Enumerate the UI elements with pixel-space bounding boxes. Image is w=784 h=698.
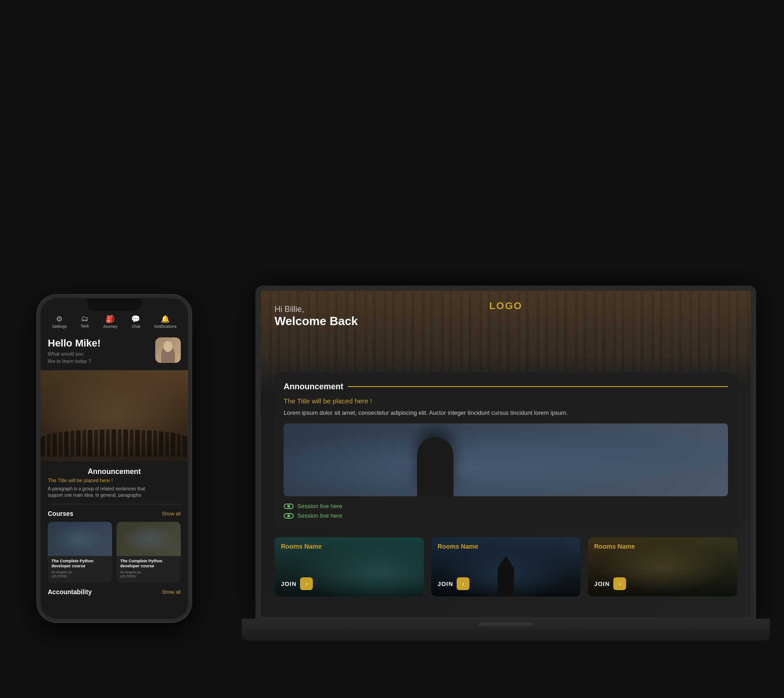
phone-announcement-subtitle: The Title will be placed here ! — [48, 478, 181, 483]
room-2-join-label: JOIN — [438, 581, 453, 587]
rooms-row: Rooms Name JOIN › Rooms Name JOIN › — [275, 537, 737, 596]
phone-body: ⚙ Settings 🗂 Task 🎒 Journey 💬 Chat — [37, 295, 192, 622]
phone-course-rating-1: (45,5656) — [48, 574, 112, 578]
phone-course-title-1: The Complete Python developer course — [48, 556, 112, 570]
phone-course-card-1[interactable]: The Complete Python developer course Dr.… — [48, 522, 112, 583]
room-3-name: Rooms Name — [594, 543, 635, 550]
phone-nav-notifications[interactable]: 🔔 Notifications — [154, 315, 177, 329]
room-card-2: Rooms Name JOIN › — [431, 537, 580, 596]
session-dot-1 — [284, 504, 294, 509]
announcement-heading: Announcement — [284, 382, 343, 392]
room-3-join-label: JOIN — [594, 581, 610, 587]
phone-course-image-1 — [48, 522, 112, 556]
phone-nav-chat-label: Chat — [132, 324, 140, 329]
phone-notch — [87, 298, 142, 311]
phone-announcement-body-2: support one main idea. In general, parag… — [48, 492, 181, 499]
laptop-base — [242, 619, 770, 641]
phone-greeting: Hello Mike! What would you like to learn… — [41, 330, 188, 364]
phone-course-author-1: Dr.Angelo yu — [48, 570, 112, 574]
greeting-hi: Hi Billie, — [275, 305, 358, 314]
phone-nav: ⚙ Settings 🗂 Task 🎒 Journey 💬 Chat — [41, 315, 188, 329]
phone-announcement-title: Announcement — [48, 468, 181, 476]
phone-course-image-2 — [117, 522, 181, 556]
session-link-2[interactable]: Session live here — [284, 512, 728, 519]
phone-hero-image — [41, 370, 188, 461]
room-1-join-label: JOIN — [281, 581, 296, 587]
phone-subtitle-2: like to learn today ? — [48, 358, 101, 364]
phone-nav-chat[interactable]: 💬 Chat — [131, 315, 140, 329]
phone-courses-title: Courses — [48, 510, 73, 517]
room-1-join[interactable]: JOIN › — [281, 577, 313, 590]
phone-accountability-show-all[interactable]: Show all — [162, 589, 181, 595]
phone-accountability-title: Accountability — [48, 588, 92, 596]
laptop-device: LOGO Hi Billie, Welcome Back Announcemen… — [255, 285, 756, 641]
room-card-3: Rooms Name JOIN › — [588, 537, 737, 596]
phone-courses-header: Courses Show all — [41, 510, 188, 517]
phone-nav-settings[interactable]: ⚙ Settings — [52, 315, 67, 329]
announcement-subtitle: The Title will be placed here ! — [284, 397, 728, 405]
phone-nav-task-label: Task — [81, 324, 89, 328]
phone-course-title-2: The Complete Python developer course — [117, 556, 181, 570]
laptop-screen: LOGO Hi Billie, Welcome Back Announcemen… — [261, 291, 751, 617]
phone-course-author-2: Dr.Angelo yu — [117, 570, 181, 574]
announcement-body: Lorem ipsum dolor sit amet, consectetur … — [284, 408, 728, 418]
phone-nav-journey[interactable]: 🎒 Journey — [103, 315, 117, 329]
phone-courses-show-all[interactable]: Show all — [162, 511, 181, 516]
room-2-join-arrow[interactable]: › — [457, 577, 469, 590]
phone-nav-journey-label: Journey — [103, 324, 117, 329]
announcement-title-bar: Announcement — [284, 382, 728, 392]
laptop-content-area: Announcement The Title will be placed he… — [261, 364, 751, 606]
scene: LOGO Hi Billie, Welcome Back Announcemen… — [28, 31, 756, 668]
phone-course-card-2[interactable]: The Complete Python developer course Dr.… — [117, 522, 181, 583]
session-dot-2 — [284, 513, 294, 519]
room-1-join-arrow[interactable]: › — [300, 577, 313, 590]
announcement-card: Announcement The Title will be placed he… — [275, 373, 737, 529]
phone-nav-task[interactable]: 🗂 Task — [81, 315, 89, 328]
room-card-1: Rooms Name JOIN › — [275, 537, 424, 596]
session-link-2-text: Session live here — [297, 512, 342, 519]
room-2-name: Rooms Name — [438, 543, 478, 550]
phone-course-rating-2: (45,5656) — [117, 574, 181, 578]
laptop-greeting: Hi Billie, Welcome Back — [275, 305, 358, 336]
phone-avatar — [155, 337, 181, 363]
room-1-name: Rooms Name — [281, 543, 321, 550]
phone-hello: Hello Mike! — [48, 337, 101, 349]
task-icon: 🗂 — [81, 315, 88, 323]
laptop-screen-body: LOGO Hi Billie, Welcome Back Announcemen… — [255, 285, 756, 622]
session-link-1[interactable]: Session live here — [284, 503, 728, 509]
phone-subtitle-1: What would you — [48, 351, 101, 357]
phone-nav-settings-label: Settings — [52, 324, 67, 329]
journey-icon: 🎒 — [106, 315, 115, 323]
notifications-icon: 🔔 — [161, 315, 170, 323]
settings-icon: ⚙ — [56, 315, 62, 323]
session-links: Session live here Session live here — [284, 503, 728, 519]
phone-announcement-body-1: A paragraph is a group of related senten… — [48, 486, 181, 492]
phone-device: ⚙ Settings 🗂 Task 🎒 Journey 💬 Chat — [37, 295, 192, 622]
phone-divider — [48, 504, 181, 504]
phone-screen: ⚙ Settings 🗂 Task 🎒 Journey 💬 Chat — [41, 298, 188, 619]
chat-icon: 💬 — [131, 315, 140, 323]
phone-accountability-section: Accountability Show all — [41, 583, 188, 596]
room-2-join[interactable]: JOIN › — [438, 577, 469, 590]
phone-nav-notifications-label: Notifications — [154, 324, 177, 329]
room-3-join[interactable]: JOIN › — [594, 577, 626, 590]
phone-courses-row: The Complete Python developer course Dr.… — [41, 522, 188, 583]
room-3-join-arrow[interactable]: › — [613, 577, 626, 590]
announcement-image — [284, 423, 728, 496]
laptop-logo: LOGO — [489, 300, 523, 312]
session-link-1-text: Session live here — [297, 503, 342, 509]
greeting-welcome: Welcome Back — [275, 314, 358, 328]
phone-announcement-section: Announcement The Title will be placed he… — [41, 461, 188, 499]
